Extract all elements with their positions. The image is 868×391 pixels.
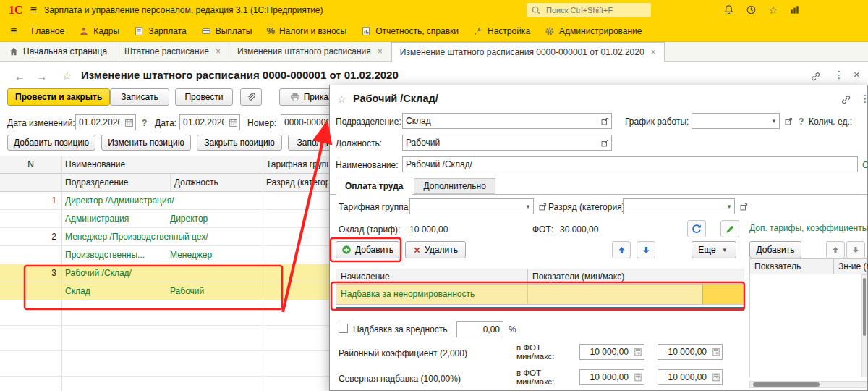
north-max-field[interactable] [658, 369, 723, 385]
grade-input[interactable] [624, 201, 724, 211]
calendar-icon[interactable] [123, 115, 135, 130]
menu-item-salary[interactable]: Зарплата [134, 26, 187, 36]
calculator-icon[interactable] [710, 345, 722, 359]
north-max-input[interactable] [658, 372, 710, 382]
side-vscrollbar-thumb[interactable] [863, 278, 866, 336]
dialog-star-icon[interactable]: ☆ [337, 93, 346, 105]
back-button[interactable]: ← [14, 70, 25, 83]
tab-schedule-change-document[interactable]: Изменение штатного расписания 0000-00000… [391, 42, 665, 62]
chevron-down-icon[interactable]: ▾ [523, 203, 533, 210]
menu-item-staff[interactable]: Кадры [79, 26, 119, 36]
menu-item-administration[interactable]: Администрирование [545, 26, 642, 36]
close-window-icon[interactable]: × [854, 68, 860, 80]
name-field[interactable] [402, 156, 858, 172]
notifications-bell-icon[interactable] [723, 4, 734, 15]
regional-min-field[interactable] [579, 344, 644, 360]
link-icon[interactable] [810, 71, 821, 84]
regional-max-field[interactable] [658, 344, 723, 360]
department-input[interactable] [403, 116, 599, 126]
performance-chart-icon[interactable] [789, 4, 800, 15]
table-row[interactable]: 1 Директор /Администрация/ [0, 192, 329, 210]
calendar-icon[interactable] [227, 115, 239, 130]
open-icon[interactable] [599, 114, 611, 128]
main-menu-burger-icon[interactable]: ≡ [30, 4, 37, 16]
calculator-icon[interactable] [631, 370, 644, 384]
table-row[interactable]: 2 Менеджер /Производственный цех/ [0, 228, 329, 246]
harmful-value-input[interactable] [457, 324, 503, 335]
help-question[interactable]: ? [142, 118, 147, 128]
add-position-button[interactable]: Добавить позицию [7, 135, 95, 151]
side-add-button[interactable]: Добавить [749, 241, 801, 258]
column-header-value[interactable]: Зн-ие (мин/макс) [833, 259, 868, 274]
side-move-down-button[interactable] [846, 241, 865, 258]
post-and-close-button[interactable]: Провести и закрыть [7, 88, 110, 106]
position-input[interactable] [403, 138, 599, 148]
tab-staff-schedule[interactable]: Штатное расписание × [116, 42, 229, 61]
open-icon[interactable] [783, 115, 795, 127]
department-field[interactable] [402, 113, 612, 129]
column-header-indicators[interactable]: Показатели (мин/макс) [527, 269, 744, 284]
attachment-button[interactable] [240, 88, 262, 106]
tab-close-icon[interactable]: × [216, 46, 221, 56]
change-date-field[interactable] [75, 114, 136, 130]
table-row[interactable]: Администрация Директор [0, 210, 329, 228]
column-header-name[interactable]: Наименование [65, 156, 260, 174]
tab-pay[interactable]: Оплата труда [336, 177, 412, 195]
selected-cell[interactable] [702, 285, 744, 304]
regional-min-input[interactable] [580, 347, 631, 357]
tab-close-icon[interactable]: × [378, 46, 383, 56]
date-input[interactable] [180, 117, 227, 127]
more-menu-icon[interactable]: ⋮ [834, 69, 844, 80]
tariff-group-combo[interactable]: ▾ [409, 198, 534, 214]
menu-item-reports[interactable]: Отчетность, справки [361, 26, 459, 36]
calculator-icon[interactable] [631, 345, 644, 359]
edit-pencil-button[interactable] [720, 220, 739, 237]
history-icon[interactable] [746, 4, 757, 15]
sections-menu-icon[interactable]: ≡ [10, 25, 17, 37]
post-button[interactable]: Провести [175, 88, 233, 106]
move-up-button[interactable] [612, 241, 631, 258]
dialog-link-icon[interactable] [841, 94, 851, 107]
delete-accrual-button[interactable]: Удалить [405, 241, 466, 258]
column-header-department[interactable]: Подразделение [65, 174, 165, 192]
harmful-checkbox[interactable] [339, 324, 348, 333]
tab-home[interactable]: Начальная страница [0, 42, 116, 61]
north-min-field[interactable] [579, 369, 644, 385]
tab-schedule-changes[interactable]: Изменения штатного расписания × [229, 42, 391, 61]
name-input[interactable] [403, 159, 857, 169]
date-field[interactable] [179, 114, 240, 130]
dialog-more-icon[interactable]: ⋮ [860, 93, 868, 104]
table-row-selected[interactable]: 3 Рабочий /Склад/ [0, 264, 329, 282]
more-button[interactable]: Еще ▾ [692, 241, 736, 258]
table-row[interactable]: Производственны... Менеджер [0, 246, 329, 264]
work-schedule-combo[interactable]: ▾ [692, 113, 780, 129]
edit-position-button[interactable]: Изменить позицию [101, 135, 191, 151]
tab-additional[interactable]: Дополнительно [414, 178, 495, 194]
change-date-input[interactable] [76, 117, 123, 127]
open-icon[interactable] [599, 135, 611, 150]
column-header-grade[interactable]: Разряд (категория [266, 174, 328, 192]
regional-max-input[interactable] [658, 347, 710, 357]
add-accrual-button[interactable]: Добавить [336, 241, 399, 258]
write-button[interactable]: Записать [110, 88, 169, 106]
tariff-group-input[interactable] [410, 201, 523, 211]
menu-item-settings[interactable]: Настройка [473, 26, 530, 36]
open-icon[interactable] [738, 201, 750, 213]
open-icon[interactable] [537, 201, 549, 213]
forward-button[interactable]: → [36, 70, 47, 83]
accrual-row-selected[interactable]: Надбавка за ненормированность [336, 285, 744, 305]
menu-item-taxes[interactable]: % Налоги и взносы [266, 25, 346, 36]
column-header-n[interactable]: N [0, 156, 61, 174]
side-hscrollbar[interactable] [749, 381, 867, 388]
north-min-input[interactable] [580, 372, 631, 382]
harmful-value-field[interactable] [456, 321, 503, 337]
column-header-tariff-group[interactable]: Тарифная группа [266, 156, 328, 174]
tab-close-icon[interactable]: × [651, 47, 656, 57]
accrual-hscrollbar[interactable] [336, 307, 744, 310]
favorite-star-icon[interactable]: ☆ [62, 70, 72, 83]
table-row-selected[interactable]: Склад Рабочий [0, 282, 329, 300]
refresh-button[interactable] [687, 220, 706, 237]
column-header-indicator[interactable]: Показатель [750, 259, 833, 274]
side-move-up-button[interactable] [826, 241, 845, 258]
close-position-button[interactable]: Закрыть позицию [197, 135, 282, 151]
